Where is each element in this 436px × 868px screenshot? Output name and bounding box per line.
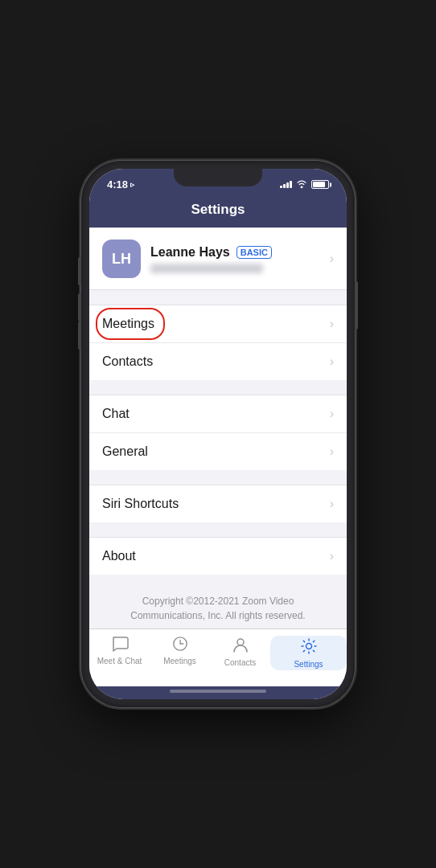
settings-tab-label: Settings	[294, 660, 323, 669]
profile-email-blurred	[150, 264, 263, 273]
chat-label: Chat	[102, 407, 130, 421]
menu-section-about: About ›	[89, 537, 347, 575]
meet-chat-label: Meet & Chat	[97, 657, 142, 665]
battery-icon	[311, 180, 329, 189]
battery-fill	[313, 182, 325, 187]
menu-section-meetings-contacts: Meetings › Contacts ›	[89, 305, 347, 380]
home-bar	[170, 690, 266, 693]
menu-item-about[interactable]: About ›	[89, 538, 347, 575]
phone-screen: 4:18 ▹	[89, 169, 347, 699]
tab-bar: Meet & Chat Meetings C	[89, 628, 347, 686]
svg-point-1	[237, 639, 244, 645]
time-display: 4:18	[107, 178, 128, 190]
svg-point-2	[306, 644, 311, 649]
menu-item-meetings[interactable]: Meetings ›	[89, 305, 347, 343]
basic-badge: BASIC	[237, 246, 272, 259]
siri-chevron: ›	[330, 497, 334, 511]
settings-tab-icon	[300, 637, 318, 657]
home-indicator	[89, 686, 347, 699]
page-title: Settings	[191, 202, 245, 218]
profile-chevron: ›	[330, 252, 334, 266]
general-label: General	[102, 444, 148, 459]
contacts-chevron: ›	[330, 354, 334, 369]
tab-meet-chat[interactable]: Meet & Chat	[89, 636, 150, 670]
profile-name-row: Leanne Hays BASIC	[150, 245, 330, 260]
wifi-icon	[296, 180, 307, 190]
tab-meetings[interactable]: Meetings	[150, 636, 210, 670]
phone-frame: 4:18 ▹	[81, 161, 355, 707]
copyright-section: Copyright ©2012-2021 Zoom Video Communic…	[89, 575, 347, 628]
menu-item-siri[interactable]: Siri Shortcuts ›	[89, 485, 347, 522]
nav-bar: Settings	[89, 195, 347, 227]
menu-item-chat[interactable]: Chat ›	[89, 395, 347, 433]
notch	[174, 169, 262, 186]
profile-info: Leanne Hays BASIC	[150, 245, 330, 273]
spacer-2	[89, 380, 347, 395]
status-icons	[280, 180, 329, 190]
tab-contacts[interactable]: Contacts	[210, 636, 270, 670]
contacts-label: Contacts	[102, 354, 153, 369]
contacts-tab-icon	[232, 636, 249, 656]
menu-section-chat-general: Chat › General ›	[89, 395, 347, 470]
menu-item-general[interactable]: General ›	[89, 433, 347, 470]
content-area: LH Leanne Hays BASIC › Meetings ›	[89, 227, 347, 628]
meetings-tab-icon	[171, 636, 189, 654]
meetings-label: Meetings	[102, 317, 154, 331]
contacts-tab-label: Contacts	[224, 658, 256, 667]
chat-chevron: ›	[330, 407, 334, 421]
signal-icon	[280, 181, 292, 188]
spacer-4	[89, 522, 347, 537]
profile-section[interactable]: LH Leanne Hays BASIC ›	[89, 227, 347, 290]
profile-name: Leanne Hays	[150, 245, 230, 260]
general-chevron: ›	[330, 444, 334, 459]
status-time: 4:18 ▹	[107, 178, 134, 190]
copyright-text: Copyright ©2012-2021 Zoom Video Communic…	[130, 596, 305, 621]
spacer-3	[89, 470, 347, 485]
menu-section-1	[89, 290, 347, 305]
location-icon: ▹	[130, 180, 134, 189]
tab-settings[interactable]: Settings	[270, 636, 347, 670]
avatar: LH	[102, 240, 141, 278]
meetings-tab-label: Meetings	[163, 657, 196, 665]
siri-label: Siri Shortcuts	[102, 497, 179, 511]
about-label: About	[102, 549, 136, 563]
meet-chat-icon	[111, 636, 129, 654]
meetings-chevron: ›	[330, 317, 334, 331]
menu-item-contacts[interactable]: Contacts ›	[89, 343, 347, 380]
about-chevron: ›	[330, 549, 334, 563]
menu-section-siri: Siri Shortcuts ›	[89, 485, 347, 522]
